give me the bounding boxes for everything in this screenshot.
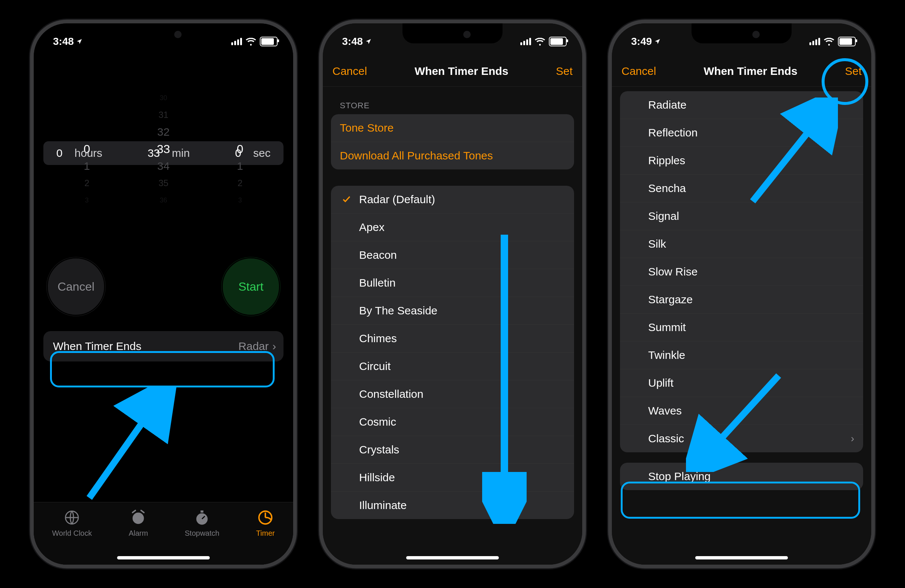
status-time: 3:48	[53, 36, 74, 48]
timer-picker[interactable]: 0 1 2 3 30 31 32 33 34 35 36	[34, 86, 293, 220]
tone-row[interactable]: Uplift	[620, 369, 863, 397]
notch	[113, 23, 213, 43]
section-header-store: STORE	[340, 101, 574, 110]
tone-row[interactable]: Sencha	[620, 175, 863, 202]
tone-row[interactable]: Cosmic	[331, 408, 574, 436]
battery-icon	[549, 37, 567, 46]
stop-playing-group: Stop Playing	[620, 463, 863, 490]
battery-icon	[260, 37, 278, 46]
tone-row[interactable]: Reflection	[620, 119, 863, 147]
tab-stopwatch[interactable]: Stopwatch	[185, 509, 219, 537]
nav-cancel-button[interactable]: Cancel	[332, 65, 367, 78]
tab-bar: World Clock Alarm Stopwatch Timer	[34, 502, 293, 565]
tones-group: Radar (Default) Apex Beacon Bulletin By …	[331, 186, 574, 519]
tone-row[interactable]: Radar (Default)	[331, 186, 574, 213]
tone-picker-screen-top: Cancel When Timer Ends Set STORE Tone St…	[323, 23, 582, 565]
stopwatch-icon	[194, 509, 211, 526]
wifi-icon	[535, 38, 545, 45]
chevron-right-icon: ›	[272, 340, 276, 353]
start-button[interactable]: Start	[221, 257, 281, 316]
notch	[402, 23, 503, 43]
timer-icon	[257, 509, 274, 526]
classic-row[interactable]: Classic ›	[620, 425, 863, 452]
home-indicator[interactable]	[117, 556, 210, 559]
battery-icon	[838, 37, 856, 46]
tone-store-row[interactable]: Tone Store	[331, 114, 574, 142]
nav-set-button[interactable]: Set	[845, 65, 862, 78]
tone-row[interactable]: Beacon	[331, 242, 574, 269]
tone-row[interactable]: Hillside	[331, 464, 574, 492]
tone-row[interactable]: Slow Rise	[620, 258, 863, 286]
tone-row[interactable]: Crystals	[331, 436, 574, 464]
navbar: Cancel When Timer Ends Set	[612, 56, 871, 87]
chevron-right-icon: ›	[851, 433, 854, 445]
download-tones-row[interactable]: Download All Purchased Tones	[331, 142, 574, 169]
alarm-icon	[130, 509, 147, 526]
location-arrow-icon	[365, 38, 372, 45]
cell-signal-icon	[810, 38, 820, 45]
notch	[692, 23, 792, 43]
svg-rect-3	[200, 510, 203, 513]
tab-alarm[interactable]: Alarm	[129, 509, 148, 537]
tone-row[interactable]: Radiate	[620, 91, 863, 119]
location-arrow-icon	[654, 38, 661, 45]
tab-world-clock[interactable]: World Clock	[52, 509, 92, 537]
status-time: 3:49	[631, 36, 652, 48]
globe-icon	[64, 509, 80, 526]
tone-row[interactable]: Bulletin	[331, 269, 574, 297]
tab-timer[interactable]: Timer	[256, 509, 275, 537]
tone-picker-screen-bottom: Cancel When Timer Ends Set Radiate Refle…	[612, 23, 871, 565]
timer-screen: 0 1 2 3 30 31 32 33 34 35 36	[34, 23, 293, 565]
tone-row[interactable]: Constellation	[331, 380, 574, 408]
nav-set-button[interactable]: Set	[556, 65, 573, 78]
checkmark-icon	[340, 195, 353, 204]
iphone-frame-2: 3:48 Cancel When Timer Ends Set STORE	[319, 20, 586, 568]
tone-row[interactable]: Illuminate	[331, 492, 574, 519]
iphone-frame-3: 3:49 Cancel When Timer Ends Set Ra	[608, 20, 875, 568]
tone-row[interactable]: By The Seaside	[331, 297, 574, 325]
wifi-icon	[824, 38, 834, 45]
cell-signal-icon	[231, 38, 242, 45]
status-time: 3:48	[342, 36, 363, 48]
nav-cancel-button[interactable]: Cancel	[621, 65, 656, 78]
location-arrow-icon	[76, 38, 83, 45]
home-indicator[interactable]	[406, 556, 499, 559]
cell-signal-icon	[520, 38, 531, 45]
tone-row[interactable]: Ripples	[620, 147, 863, 175]
navbar: Cancel When Timer Ends Set	[323, 56, 582, 87]
when-timer-ends-label: When Timer Ends	[53, 340, 141, 353]
tone-row[interactable]: Twinkle	[620, 342, 863, 369]
svg-point-1	[133, 513, 144, 524]
tone-row[interactable]: Apex	[331, 213, 574, 242]
nav-title: When Timer Ends	[704, 65, 797, 78]
when-timer-ends-value: Radar	[238, 340, 269, 353]
stop-playing-row[interactable]: Stop Playing	[620, 463, 863, 490]
nav-title: When Timer Ends	[415, 65, 508, 78]
tone-row[interactable]: Summit	[620, 314, 863, 342]
store-group: Tone Store Download All Purchased Tones	[331, 114, 574, 169]
tone-row[interactable]: Signal	[620, 202, 863, 230]
tone-row[interactable]: Chimes	[331, 325, 574, 353]
cancel-button[interactable]: Cancel	[46, 257, 106, 316]
when-timer-ends-row[interactable]: When Timer Ends Radar ›	[43, 331, 284, 361]
tone-row[interactable]: Circuit	[331, 353, 574, 380]
home-indicator[interactable]	[695, 556, 788, 559]
tone-row[interactable]: Waves	[620, 397, 863, 425]
tones-group: Radiate Reflection Ripples Sencha Signal…	[620, 91, 863, 452]
tone-row[interactable]: Stargaze	[620, 286, 863, 314]
tone-row[interactable]: Silk	[620, 230, 863, 258]
wifi-icon	[246, 38, 256, 45]
iphone-frame-1: 3:48	[30, 20, 297, 568]
